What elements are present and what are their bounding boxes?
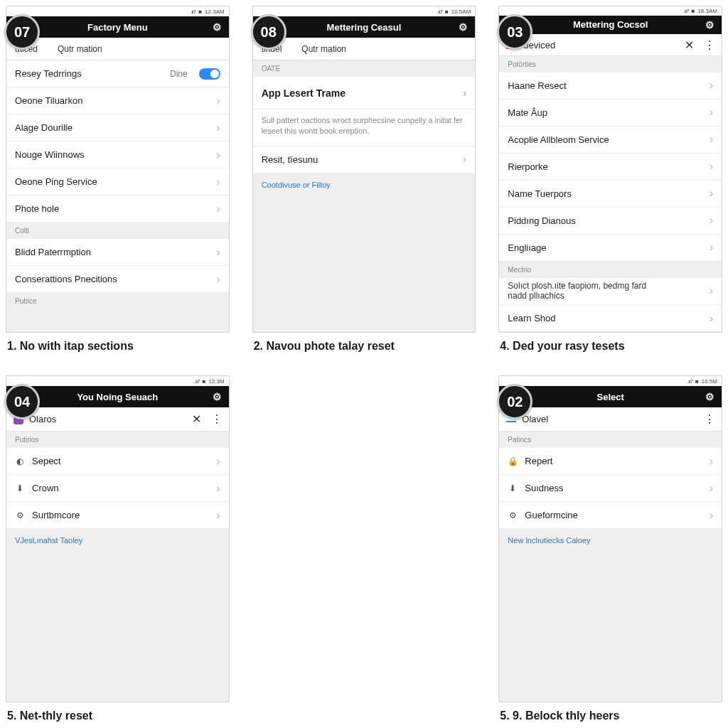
row-suidness[interactable]: ⬇Suıdness› (499, 475, 722, 502)
row-label: Suıdness (525, 483, 702, 493)
app-bar: Factory Menu ⚙ (6, 16, 229, 38)
phone-wrap-07: .ıı7 ■ 12.3AM Factory Menu ⚙ uticed Qutr… (6, 6, 230, 333)
row-gueformcine[interactable]: ⚙Gueformcine› (499, 502, 722, 529)
row-crown[interactable]: ⬇Crown› (6, 475, 229, 502)
gear-icon: ⚙ (508, 510, 518, 520)
section-mectrio: Mectrio (499, 262, 722, 278)
row-mate[interactable]: Mate Âup› (499, 100, 722, 127)
battery-icon: ■ (445, 9, 449, 15)
person-icon: ◐ (15, 456, 25, 466)
close-icon[interactable]: ✕ (680, 38, 698, 52)
link-new-incl[interactable]: New lnclıutiecks Caloey (499, 529, 722, 552)
row-oeone-ping[interactable]: Oeone Ping Service › (6, 168, 229, 196)
row-rierporke[interactable]: Rierporke› (499, 154, 722, 181)
chevron-right-icon: › (710, 160, 713, 173)
phone-03: .ıı7 ■ 18.3AM Mettering Cocsol ⚙ deviced… (498, 6, 722, 333)
step-badge-08: 08 (251, 14, 287, 50)
caption-04: 5. Net-thly reset (6, 710, 230, 722)
battery-icon: ■ (692, 8, 695, 14)
settings-icon[interactable]: ⚙ (705, 391, 714, 402)
row-label: Mate Âup (508, 107, 702, 118)
more-icon[interactable]: ⋮ (211, 412, 222, 426)
settings-icon[interactable]: ⚙ (705, 19, 714, 31)
row-line1: Solıct plosh.ıite faopiom, bedmg fard (508, 281, 702, 291)
phone-08: .ıı7 ■ 10.5AM Mettering Ceasul ⚙ tindel … (252, 6, 476, 333)
row-oeone-tiluarkon[interactable]: Oeone Tiluarkon › (6, 87, 229, 114)
step-badge-03: 03 (497, 14, 532, 50)
chevron-right-icon: › (216, 455, 220, 468)
row-sepect[interactable]: ◐Sepect› (6, 448, 229, 475)
phone-07: .ıı7 ■ 12.3AM Factory Menu ⚙ uticed Qutr… (6, 6, 230, 333)
toggle-switch[interactable] (199, 68, 220, 80)
row-alage[interactable]: Alage Dourille › (6, 114, 229, 141)
cell-08: .ıı7 ■ 10.5AM Mettering Ceasul ⚙ tindel … (252, 6, 476, 353)
row-resey[interactable]: Resey Tedrrings Dine (6, 60, 229, 87)
app-bar: Select ⚙ (499, 386, 722, 407)
battery-icon: ■ (695, 378, 699, 385)
row-line2: nadd pllıachics (508, 291, 702, 301)
settings-icon[interactable]: ⚙ (213, 391, 222, 402)
row-phote-hole[interactable]: Phote hole › (6, 196, 229, 223)
tab-bar: tindel Qutr mation (253, 38, 476, 60)
row-nouge[interactable]: Nouge Wiinnows › (6, 141, 229, 168)
chevron-right-icon: › (216, 122, 220, 134)
row-conserations[interactable]: Conserattions Pnecitions › (6, 266, 229, 293)
row-repert[interactable]: 🔒Repert› (499, 448, 722, 475)
settings-icon[interactable]: ⚙ (459, 21, 468, 33)
row-engliage[interactable]: Engliıage› (499, 235, 722, 262)
phone-wrap-03: .ıı7 ■ 18.3AM Mettering Cocsol ⚙ deviced… (498, 6, 722, 333)
row-label: App Lesert Trame (262, 87, 456, 99)
close-icon[interactable]: ✕ (188, 412, 205, 426)
row-label: Engliıage (508, 242, 702, 253)
app-title: Mettering Cocsol (573, 19, 648, 30)
row-blidd[interactable]: Blidd Paterrmption › (6, 239, 229, 266)
caption-07: 1. No with itap sections (6, 340, 230, 353)
row-label: Phote hole (15, 203, 209, 214)
more-icon[interactable]: ⋮ (704, 38, 714, 52)
row-label: Gueformcine (525, 510, 702, 520)
cell-04: .ıı7 ■ 12.3M You Noing Seuach ⚙ Olaros ✕… (6, 375, 230, 722)
row-piddng[interactable]: Piddıng Dianous› (499, 208, 722, 235)
screenshot-grid: .ıı7 ■ 12.3AM Factory Menu ⚙ uticed Qutr… (0, 0, 728, 728)
row-label: Acoplie Allbleom Service (508, 134, 702, 145)
cell-02: .ıı7 ■ 18.5M Select ⚙ Olavel ⋮ Patincs 🔒… (498, 375, 722, 722)
link-vjes[interactable]: VJesLınahst Taoley (6, 529, 229, 552)
row-label: Nouge Wiinnows (15, 149, 209, 160)
link-cootdivuse[interactable]: Cootdivuse or Filtoy (253, 173, 476, 196)
row-app-lesert[interactable]: App Lesert Trame › (253, 77, 476, 109)
lock-icon: 🔒 (508, 456, 518, 466)
status-time: 12.3M (208, 378, 224, 385)
status-bar: .ıı7 ■ 12.3M (6, 376, 229, 386)
phone-wrap-04: .ıı7 ■ 12.3M You Noing Seuach ⚙ Olaros ✕… (6, 375, 230, 702)
chevron-right-icon: › (710, 241, 713, 254)
app-bar: You Noing Seuach ⚙ (6, 386, 229, 407)
tab-2[interactable]: Qutr mation (58, 44, 102, 54)
chevron-right-icon: › (216, 246, 220, 259)
status-bar: .ıı7 ■ 12.3AM (6, 6, 229, 16)
row-resit[interactable]: Resit, tïesunu › (253, 146, 476, 173)
row-name-tuerpors[interactable]: Name Tuerpors› (499, 181, 722, 208)
row-acoplie[interactable]: Acoplie Allbleom Service› (499, 127, 722, 154)
row-label: Resit, tïesunu (262, 154, 456, 165)
row-label: Learn Shod (508, 313, 702, 323)
app-title: Select (597, 392, 624, 402)
chevron-right-icon: › (710, 214, 713, 227)
status-time: 10.5AM (451, 9, 471, 15)
signal-icon: .ıı7 (437, 9, 442, 15)
sub-bar: deviced ✕ ⋮ (499, 34, 722, 56)
chevron-right-icon: › (710, 482, 713, 495)
tab-2[interactable]: Qutr mation (301, 44, 346, 54)
chevron-right-icon: › (216, 176, 220, 188)
row-learn-shod[interactable]: Learn Shod› (499, 305, 722, 332)
row-surtbmcore[interactable]: ⚙Surtbmcore› (6, 502, 229, 529)
settings-icon[interactable]: ⚙ (213, 21, 222, 33)
phone-wrap-02: .ıı7 ■ 18.5M Select ⚙ Olavel ⋮ Patincs 🔒… (498, 375, 722, 702)
row-solict[interactable]: Solıct plosh.ıite faopiom, bedmg fard na… (499, 278, 722, 305)
chevron-right-icon: › (710, 187, 713, 200)
section-putirios: Putirios (6, 432, 229, 448)
row-haane[interactable]: Haane Resect› (499, 73, 722, 100)
status-bar: .ıı7 ■ 10.5AM (253, 6, 476, 16)
app-title: You Noing Seuach (77, 392, 158, 402)
row-label: Blidd Paterrmption (15, 247, 209, 257)
more-icon[interactable]: ⋮ (704, 412, 714, 426)
